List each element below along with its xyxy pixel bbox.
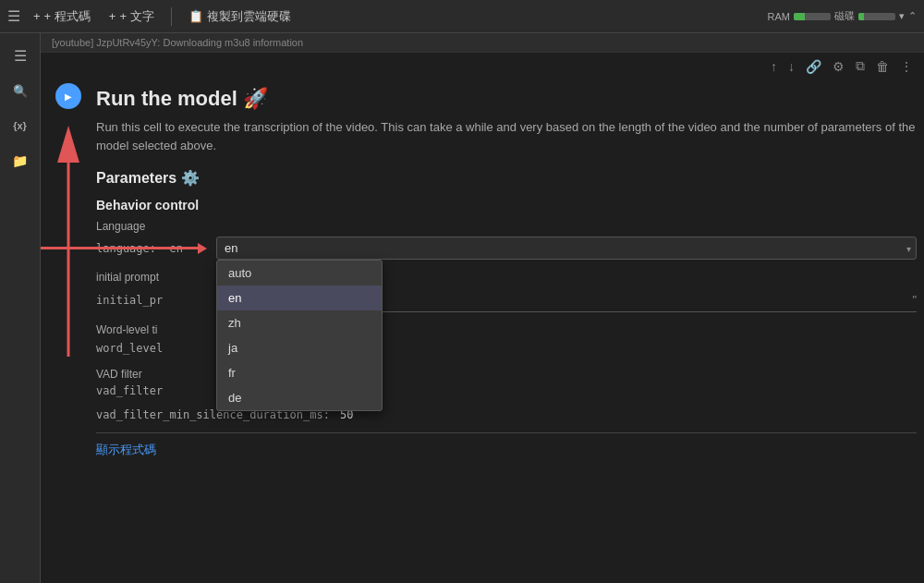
move-up-button[interactable]: ↑ [767, 57, 781, 76]
plus-code-icon: + [33, 9, 41, 23]
status-bar: [youtube] JzpUtRv45yY: Downloading m3u8 … [41, 33, 924, 53]
annotation-arrow [50, 116, 87, 375]
top-toolbar: ☰ + + 程式碼 + + 文字 📋 複製到雲端硬碟 RAM 磁碟 ▾ ⌃ [0, 0, 924, 33]
hamburger-icon[interactable]: ☰ [7, 7, 20, 25]
initial-prompt-key: initial_pr [96, 294, 216, 307]
add-text-button[interactable]: + + 文字 [103, 6, 160, 28]
run-cell-button[interactable]: ▶ [55, 83, 81, 109]
move-down-button[interactable]: ↓ [784, 57, 798, 76]
main-layout: ☰ 🔍 {x} 📁 [youtube] JzpUtRv45yY: Downloa… [0, 33, 924, 583]
dropdown-option-de[interactable]: de [217, 385, 382, 410]
expand-icon[interactable]: ⌃ [908, 10, 917, 22]
sidebar-icon-folder[interactable]: 📁 [6, 146, 35, 176]
language-label: Language [96, 220, 917, 233]
behavior-control-heading: Behavior control [96, 198, 917, 213]
chevron-down-icon[interactable]: ▾ [899, 10, 905, 22]
copy-button[interactable]: ⧉ [852, 56, 869, 76]
cell-left-gutter: ▶ [41, 79, 96, 466]
language-dropdown-menu[interactable]: auto en zh ja fr de [216, 260, 383, 411]
delete-button[interactable]: 🗑 [872, 57, 893, 76]
ram-indicator: RAM 磁碟 ▾ ⌃ [768, 9, 917, 23]
sidebar-icon-search[interactable]: 🔍 [6, 76, 35, 105]
drive-icon: 📋 [188, 9, 203, 23]
cell-title: Run the model 🚀 [96, 87, 917, 111]
language-row: language: en [96, 237, 917, 260]
vad-filter-key: vad_filter [96, 384, 216, 397]
sidebar-icon-menu[interactable]: ☰ [6, 41, 35, 70]
more-button[interactable]: ⋮ [896, 57, 917, 76]
quote-mark: " [912, 293, 917, 307]
behavior-control-section: Behavior control Language language: en [96, 198, 917, 421]
notebook-area: [youtube] JzpUtRv45yY: Downloading m3u8 … [41, 33, 924, 583]
svg-marker-1 [57, 126, 79, 163]
disk-bar [858, 13, 895, 20]
ram-bar-fill [794, 13, 805, 20]
ram-bar [794, 13, 831, 20]
cell-description: Run this cell to execute the transcripti… [96, 118, 917, 154]
cell-toolbar: ↑ ↓ 🔗 ⚙ ⧉ 🗑 ⋮ [41, 53, 924, 79]
settings-button[interactable]: ⚙ [829, 57, 848, 76]
word-level-key: word_level [96, 342, 216, 355]
dropdown-option-fr[interactable]: fr [217, 360, 382, 385]
language-key: language: en [96, 242, 216, 255]
language-dropdown-container: en ▾ auto en zh ja fr [216, 237, 917, 260]
link-button[interactable]: 🔗 [802, 57, 825, 76]
dropdown-option-en[interactable]: en [217, 285, 382, 310]
sidebar: ☰ 🔍 {x} 📁 [0, 33, 41, 583]
cell-divider [96, 432, 917, 433]
cell-container: ↑ ↓ 🔗 ⚙ ⧉ 🗑 ⋮ ▶ [41, 53, 924, 473]
show-code-link[interactable]: 顯示程式碼 [96, 435, 156, 464]
add-code-button[interactable]: + + 程式碼 [28, 6, 96, 28]
dropdown-option-zh[interactable]: zh [217, 310, 382, 335]
language-select[interactable]: en [216, 237, 917, 260]
dropdown-option-ja[interactable]: ja [217, 335, 382, 360]
disk-bar-fill [858, 13, 864, 20]
language-value-container: en ▾ auto en zh ja fr [216, 237, 917, 260]
plus-text-icon: + [109, 9, 116, 23]
toolbar-divider [171, 7, 172, 26]
sidebar-icon-variables[interactable]: {x} [6, 111, 35, 140]
cell-body: Run the model 🚀 Run this cell to execute… [96, 79, 917, 466]
status-message: [youtube] JzpUtRv45yY: Downloading m3u8 … [52, 37, 303, 48]
copy-to-drive-button[interactable]: 📋 複製到雲端硬碟 [183, 6, 297, 28]
dropdown-option-auto[interactable]: auto [217, 261, 382, 285]
cell-content: ▶ Run the model 🚀 [41, 79, 924, 466]
params-heading: Parameters ⚙️ [96, 169, 917, 187]
language-value-display: en [169, 242, 182, 255]
